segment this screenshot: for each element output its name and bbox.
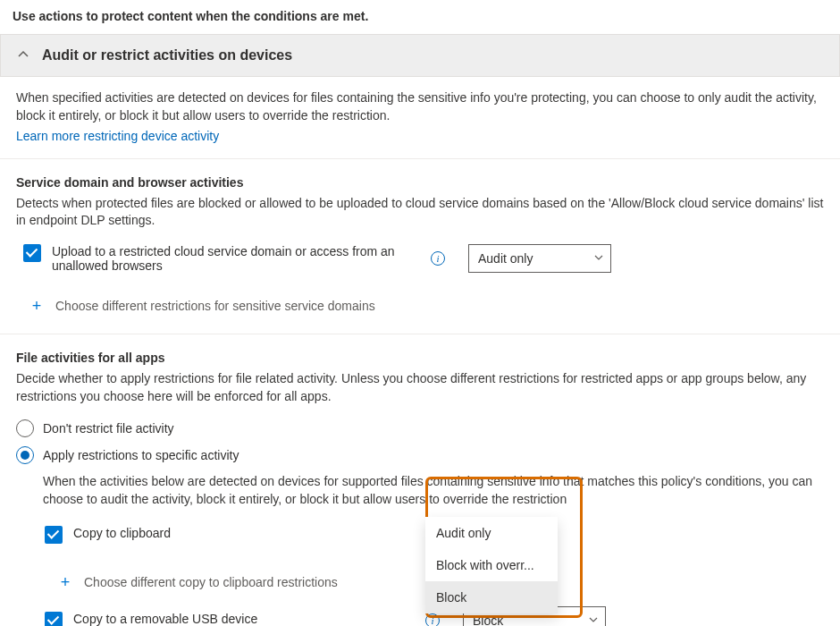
file-activities-section: File activities for all apps Decide whet…: [0, 334, 840, 626]
page-intro: Use actions to protect content when the …: [0, 0, 840, 34]
plus-icon: +: [57, 574, 73, 590]
copy-clipboard-label: Copy to clipboard: [73, 526, 171, 540]
file-activities-title: File activities for all apps: [16, 351, 824, 365]
radio-apply-restrictions-label: Apply restrictions to specific activity: [43, 448, 239, 462]
radio-dont-restrict-button[interactable]: [16, 419, 34, 437]
copy-usb-action-value: Block: [473, 613, 503, 626]
learn-more-link[interactable]: Learn more restricting device activity: [16, 129, 219, 143]
accordion-description: When specified activities are detected o…: [0, 77, 840, 159]
copy-usb-checkbox[interactable]: [45, 612, 63, 626]
radio-apply-restrictions[interactable]: Apply restrictions to specific activity: [16, 446, 824, 464]
upload-action-select[interactable]: Audit only: [468, 244, 611, 273]
upload-restricted-row: Upload to a restricted cloud service dom…: [16, 244, 824, 273]
copy-clipboard-checkbox[interactable]: [45, 526, 63, 544]
file-activities-desc: Decide whether to apply restrictions for…: [16, 370, 824, 405]
apply-restrictions-desc: When the activities below are detected o…: [16, 473, 824, 513]
plus-icon: +: [29, 298, 45, 314]
dropdown-option-audit-only[interactable]: Audit only: [425, 517, 558, 549]
service-domain-section: Service domain and browser activities De…: [0, 159, 840, 334]
upload-restricted-checkbox[interactable]: [23, 244, 41, 262]
copy-usb-label: Copy to a removable USB device: [73, 612, 257, 626]
upload-action-value: Audit only: [478, 251, 533, 266]
accordion-header[interactable]: Audit or restrict activities on devices: [0, 34, 840, 77]
service-domain-title: Service domain and browser activities: [16, 175, 824, 190]
chevron-up-icon: [17, 48, 29, 63]
dropdown-option-block-override[interactable]: Block with overr...: [425, 549, 558, 581]
accordion-title: Audit or restrict activities on devices: [42, 47, 292, 63]
dropdown-option-block[interactable]: Block: [425, 581, 558, 613]
action-dropdown-menu[interactable]: Audit only Block with overr... Block: [425, 517, 558, 613]
radio-dont-restrict[interactable]: Don't restrict file activity: [16, 419, 824, 437]
add-sensitive-domain-restrictions[interactable]: + Choose different restrictions for sens…: [16, 282, 824, 314]
upload-restricted-label: Upload to a restricted cloud service dom…: [52, 244, 407, 273]
radio-apply-restrictions-button[interactable]: [16, 446, 34, 464]
activities-block: Copy to clipboard i + Choose different c…: [16, 526, 824, 626]
info-icon[interactable]: i: [425, 613, 440, 626]
add-clipboard-restrictions-label: Choose different copy to clipboard restr…: [84, 575, 338, 589]
accordion-description-text: When specified activities are detected o…: [16, 89, 824, 124]
info-icon[interactable]: i: [431, 251, 445, 266]
service-domain-desc: Detects when protected files are blocked…: [16, 195, 824, 230]
radio-dont-restrict-label: Don't restrict file activity: [43, 421, 174, 436]
chevron-down-icon: [594, 253, 603, 264]
add-sensitive-domain-label: Choose different restrictions for sensit…: [55, 299, 375, 313]
chevron-down-icon: [589, 615, 598, 626]
